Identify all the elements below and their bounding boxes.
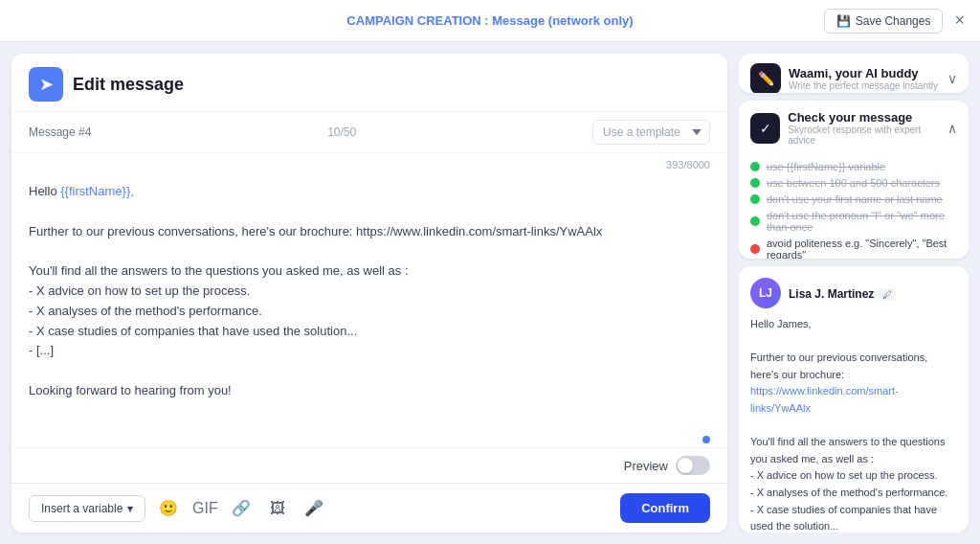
check-card: ✓ Check your message Skyrocket response … [739, 101, 969, 259]
char-progress: 10/50 [327, 125, 356, 139]
dot-indicator [11, 432, 727, 447]
check-chevron-icon: ∧ [947, 121, 957, 136]
check-header-left: ✓ Check your message Skyrocket response … [750, 110, 947, 146]
emoji-icon[interactable]: 🙂 [155, 495, 182, 522]
preview-line1: Further to our previous conversations, h… [750, 350, 957, 383]
check-dot-2 [750, 178, 760, 188]
check-item-4: don't use the pronoun "I" or "we" more t… [750, 210, 957, 233]
toolbar-left: Insert a variable ▾ 🙂 GIF 🔗 🖼 🎤 [29, 495, 327, 522]
waami-subtitle: Write the perfect message instantly [789, 80, 938, 91]
check-dot-1 [750, 162, 760, 171]
top-bar-actions: 💾 Save Changes × [824, 7, 969, 34]
chevron-down-icon: ▾ [127, 502, 133, 515]
left-panel: ➤ Edit message Message #4 10/50 Use a te… [11, 54, 727, 533]
body-line3: You'll find all the answers to the quest… [29, 261, 710, 282]
preview-line4: - X analyses of the method's performance… [750, 485, 957, 502]
insert-var-label: Insert a variable [41, 502, 122, 515]
save-icon: 💾 [836, 14, 851, 28]
waami-card-header[interactable]: ✏️ Waami, your AI buddy Write the perfec… [739, 54, 969, 93]
check-label-1: use {{firstName}} variable [767, 161, 885, 172]
check-label-4: don't use the pronoun "I" or "we" more t… [767, 210, 957, 233]
check-subtitle: Skyrocket response with expert advice [788, 125, 947, 146]
preview-toggle[interactable] [676, 456, 710, 475]
preview-message: Hello James, Further to our previous con… [750, 316, 957, 533]
insert-variable-button[interactable]: Insert a variable ▾ [29, 495, 145, 522]
main-content: ➤ Edit message Message #4 10/50 Use a te… [0, 42, 980, 544]
user-name: Lisa J. Martinez [789, 287, 874, 301]
preview-label: Preview [624, 459, 668, 473]
left-header: ➤ Edit message [11, 54, 727, 112]
check-dot-3 [750, 194, 760, 204]
scroll-dot [702, 436, 710, 443]
check-body: use {{firstName}} variable use between 1… [739, 155, 969, 259]
message-label: Message #4 [29, 125, 91, 139]
body-line7: - [...] [29, 341, 710, 361]
preview-link[interactable]: https://www.linkedin.com/smart-links/YwA… [750, 385, 899, 414]
preview-card: LJ Lisa J. Martinez 🖊 Hello James, Furth… [739, 266, 969, 533]
check-card-header[interactable]: ✓ Check your message Skyrocket response … [739, 101, 969, 155]
preview-line5: - X case studies of companies that have … [750, 502, 957, 533]
user-avatar: LJ [750, 278, 781, 308]
check-avatar: ✓ [750, 113, 780, 144]
body-line8: Looking forward to hearing from you! [29, 381, 710, 401]
char-count-right: 393/8000 [11, 153, 727, 172]
firstname-variable: {{firstName}}, [60, 184, 134, 198]
right-panel: ✏️ Waami, your AI buddy Write the perfec… [739, 54, 969, 533]
top-bar: CAMPAIGN CREATION : Message (network onl… [0, 0, 980, 42]
app-icon: ➤ [29, 67, 63, 102]
gif-icon[interactable]: GIF [191, 495, 218, 522]
save-label: Save Changes [856, 14, 931, 28]
preview-line2: You'll find all the answers to the quest… [750, 434, 957, 467]
waami-text: Waami, your AI buddy Write the perfect m… [789, 66, 938, 91]
link-icon[interactable]: 🔗 [228, 495, 255, 522]
body-line2: Further to our previous conversations, h… [29, 222, 710, 242]
body-line4: - X advice on how to set up the process. [29, 282, 710, 302]
edit-title: Edit message [73, 75, 184, 95]
preview-greeting: Hello James, [750, 316, 957, 333]
check-item-3: don't use your first name or last name [750, 193, 957, 205]
campaign-label: CAMPAIGN CREATION : [346, 13, 492, 28]
user-badge: 🖊 [879, 288, 896, 301]
campaign-subtitle: Message (network only) [492, 13, 633, 28]
waami-chevron-icon: ∨ [947, 71, 957, 86]
preview-line3: - X advice on how to set up the process. [750, 467, 957, 485]
check-dot-5 [750, 244, 760, 254]
campaign-title: CAMPAIGN CREATION : Message (network onl… [346, 13, 633, 28]
waami-header-left: ✏️ Waami, your AI buddy Write the perfec… [750, 63, 938, 93]
waami-card: ✏️ Waami, your AI buddy Write the perfec… [739, 54, 969, 93]
check-text: Check your message Skyrocket response wi… [788, 110, 947, 146]
close-button[interactable]: × [950, 7, 969, 34]
check-item-2: use between 100 and 500 characters [750, 177, 957, 189]
waami-title: Waami, your AI buddy [789, 66, 938, 80]
body-greeting: Hello [29, 184, 60, 198]
message-body[interactable]: Hello {{firstName}}, Further to our prev… [11, 172, 727, 432]
message-meta-bar: Message #4 10/50 Use a template [11, 112, 727, 153]
image-icon[interactable]: 🖼 [264, 495, 291, 522]
body-line6: - X case studies of companies that have … [29, 322, 710, 342]
bottom-toolbar: Insert a variable ▾ 🙂 GIF 🔗 🖼 🎤 Confirm [11, 483, 727, 533]
preview-user: LJ Lisa J. Martinez 🖊 [750, 278, 957, 308]
check-title: Check your message [788, 110, 947, 125]
waami-avatar: ✏️ [750, 63, 781, 93]
check-dot-4 [750, 216, 760, 226]
template-select[interactable]: Use a template [592, 120, 710, 145]
preview-bar: Preview [11, 447, 727, 483]
check-label-3: don't use your first name or last name [767, 193, 943, 205]
check-item-1: use {{firstName}} variable [750, 161, 957, 172]
confirm-button[interactable]: Confirm [620, 493, 710, 523]
user-info: Lisa J. Martinez 🖊 [789, 284, 896, 302]
check-item-5: avoid politeness e.g. "Sincerely", "Best… [750, 238, 957, 259]
check-label-5: avoid politeness e.g. "Sincerely", "Best… [767, 238, 957, 259]
mic-icon[interactable]: 🎤 [301, 495, 327, 522]
check-label-2: use between 100 and 500 characters [767, 177, 940, 189]
body-line5: - X analyses of the method's performance… [29, 302, 710, 322]
save-changes-button[interactable]: 💾 Save Changes [824, 9, 944, 34]
